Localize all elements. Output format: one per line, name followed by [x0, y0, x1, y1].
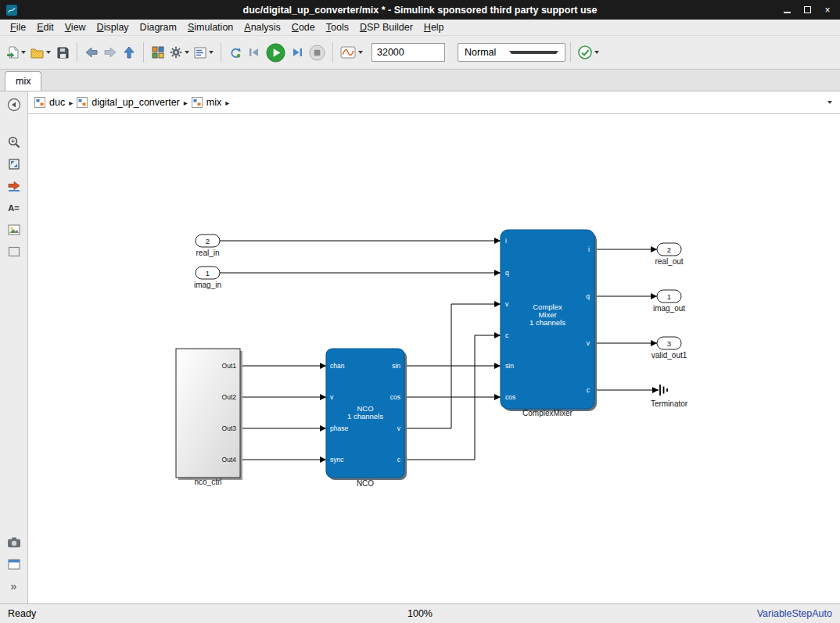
complexmixer-label[interactable]: ComplexMixer	[522, 409, 573, 417]
step-back-button[interactable]	[245, 41, 264, 64]
window-title: duc/digital_up_converter/mix * - Simulin…	[0, 5, 840, 16]
step-forward-button[interactable]	[288, 41, 307, 64]
run-button[interactable]	[264, 41, 288, 64]
signal-arrow-tool-button[interactable]	[3, 177, 25, 195]
settings-button[interactable]	[167, 41, 192, 64]
save-button[interactable]	[53, 41, 72, 64]
annotation-tool-button[interactable]: A=	[3, 199, 25, 217]
menu-edit[interactable]: Edit	[31, 20, 59, 34]
real-out-label[interactable]: real_out	[655, 257, 683, 266]
simulation-data-inspector-button[interactable]	[338, 41, 365, 64]
stop-button[interactable]	[307, 41, 328, 64]
gear-icon	[170, 46, 182, 59]
block-nco-ctrl[interactable]: Out1 Out2 Out3 Out4	[176, 349, 242, 480]
up-arrow-icon	[124, 46, 135, 59]
menu-diagram[interactable]: Diagram	[135, 20, 182, 34]
step-forward-icon	[292, 48, 303, 57]
viewmarks-panel-button[interactable]	[3, 555, 25, 574]
block-terminator[interactable]	[660, 385, 667, 396]
minimize-button[interactable]	[781, 5, 793, 16]
image-tool-button[interactable]	[3, 220, 25, 239]
simulation-mode-select[interactable]: Normal	[458, 43, 565, 62]
back-arrow-icon	[85, 47, 98, 58]
back-button[interactable]	[82, 41, 101, 64]
diagram-svg[interactable]: i q v c sin cos i q v c Complex Mixer 1 …	[28, 114, 840, 603]
sdi-caret-icon	[358, 51, 363, 54]
up-to-parent-button[interactable]	[120, 41, 138, 64]
nco-ctrl-label[interactable]: nco_ctrl	[194, 478, 221, 486]
viewmark-button[interactable]	[3, 533, 25, 552]
breadcrumb-item-mix[interactable]: mix	[206, 97, 221, 108]
green-check-icon	[578, 45, 592, 59]
breadcrumb-item-duc[interactable]: duc	[49, 97, 65, 108]
outport-imag-out[interactable]: 1	[657, 290, 681, 303]
breadcrumb-dropdown-caret[interactable]	[827, 101, 832, 104]
breadcrumb-separator-icon: ▸	[225, 98, 229, 107]
maximize-icon	[804, 6, 811, 13]
menu-code[interactable]: Code	[286, 20, 321, 34]
menu-display[interactable]: Display	[92, 20, 135, 34]
stepping-options-button[interactable]	[226, 41, 245, 64]
block-complexmixer[interactable]: i q v c sin cos i q v c Complex Mixer 1 …	[501, 230, 597, 411]
menu-simulation[interactable]: Simulation	[182, 20, 239, 34]
model-configuration-button[interactable]	[192, 41, 216, 64]
menu-tools[interactable]: Tools	[321, 20, 354, 34]
menu-help[interactable]: Help	[418, 20, 450, 34]
zoom-icon	[8, 136, 20, 149]
menu-view[interactable]: View	[59, 20, 92, 34]
inport-imag-in[interactable]: 1	[196, 267, 220, 279]
forward-button[interactable]	[101, 41, 120, 64]
outport-real-out[interactable]: 2	[657, 243, 681, 256]
solver-indicator[interactable]: VariableStepAuto	[757, 608, 832, 619]
close-button[interactable]: ×	[821, 5, 834, 16]
stop-icon	[309, 45, 325, 61]
stop-time-input[interactable]	[372, 43, 445, 62]
terminator-label[interactable]: Terminator	[651, 399, 688, 408]
outport-valid-out1[interactable]: 3	[657, 337, 681, 349]
new-model-button[interactable]	[5, 41, 28, 64]
status-ready: Ready	[8, 608, 36, 619]
svg-text:2: 2	[206, 237, 210, 245]
simulink-window: duc/digital_up_converter/mix * - Simulin…	[0, 0, 840, 623]
open-button[interactable]	[28, 41, 53, 64]
fit-to-view-button[interactable]	[3, 155, 25, 174]
imag-in-label[interactable]: imag_in	[194, 281, 221, 289]
palette-sidebar: A=	[0, 91, 28, 603]
validate-button[interactable]	[576, 41, 601, 64]
close-icon: ×	[824, 5, 830, 16]
menu-analysis[interactable]: Analysis	[239, 20, 286, 34]
toolbar-separator	[570, 42, 571, 63]
svg-text:Out4: Out4	[222, 456, 237, 464]
nco-label[interactable]: NCO	[357, 479, 374, 488]
simulation-mode-value: Normal	[465, 47, 509, 58]
model-canvas[interactable]: i q v c sin cos i q v c Complex Mixer 1 …	[28, 114, 840, 603]
step-back-icon	[249, 48, 260, 57]
imag-out-label[interactable]: imag_out	[653, 304, 685, 313]
real-in-label[interactable]: real_in	[196, 249, 219, 257]
tab-strip: mix	[0, 70, 840, 91]
panel-window-icon	[8, 559, 20, 570]
block-nco[interactable]: chan v phase sync sin cos v c NCO 1 chan…	[326, 349, 407, 480]
area-tool-button[interactable]	[3, 242, 25, 261]
camera-icon	[7, 537, 21, 548]
menu-file[interactable]: File	[5, 20, 31, 34]
library-browser-button[interactable]	[149, 41, 167, 64]
breadcrumb-item-digital-up-converter[interactable]: digital_up_converter	[92, 97, 180, 108]
inport-real-in[interactable]: 2	[196, 235, 220, 247]
menu-dsp-builder[interactable]: DSP Builder	[354, 20, 418, 34]
zoom-button[interactable]	[3, 133, 25, 152]
save-icon	[57, 47, 69, 59]
maximize-button[interactable]	[801, 5, 813, 16]
svg-text:1 channels: 1 channels	[347, 412, 383, 421]
minimize-icon	[784, 12, 791, 13]
svg-text:i: i	[505, 237, 507, 245]
svg-text:cos: cos	[505, 393, 515, 401]
zoom-level: 100%	[407, 608, 433, 619]
valid-out1-label[interactable]: valid_out1	[652, 351, 687, 360]
svg-text:phase: phase	[330, 424, 348, 432]
model-configuration-icon	[194, 47, 206, 59]
model-browser-toggle-button[interactable]	[3, 95, 25, 114]
expand-sidebar-button[interactable]: »	[3, 577, 25, 596]
annotation-icon: A=	[8, 203, 19, 213]
tab-mix[interactable]: mix	[5, 71, 41, 91]
